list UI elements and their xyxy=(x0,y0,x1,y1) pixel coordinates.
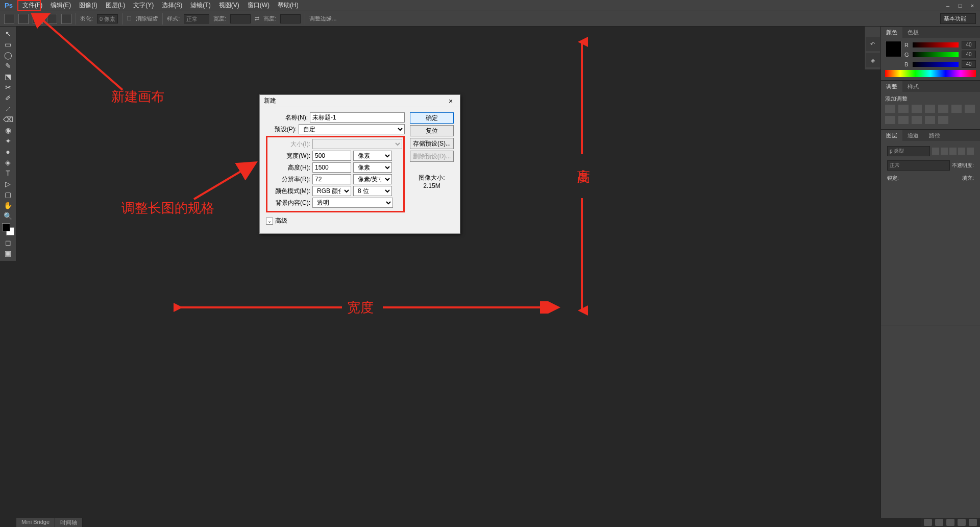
tray-icon[interactable] xyxy=(924,519,932,526)
tray-icon[interactable] xyxy=(946,519,954,526)
color-preview-icon[interactable] xyxy=(885,41,901,57)
adjustment-icon[interactable] xyxy=(951,105,962,113)
bitdepth-select[interactable]: 8 位 xyxy=(353,186,392,196)
save-preset-button[interactable]: 存储预设(S)... xyxy=(410,138,454,149)
style-select[interactable]: 正常 xyxy=(184,14,209,23)
tray-icon[interactable] xyxy=(958,519,966,526)
menu-edit[interactable]: 编辑(E) xyxy=(46,0,75,11)
tray-icon[interactable] xyxy=(969,519,977,526)
menu-file[interactable]: 文件(F) xyxy=(18,0,46,11)
tool-preset-icon[interactable] xyxy=(4,14,14,24)
tab-paths[interactable]: 路径 xyxy=(924,130,945,141)
tool-2-icon[interactable]: ◯ xyxy=(1,50,15,60)
spectrum-icon[interactable] xyxy=(885,70,976,77)
r-value[interactable]: 40 xyxy=(962,41,976,49)
blend-mode-select[interactable]: 正常 xyxy=(887,160,950,171)
adjustment-icon[interactable] xyxy=(925,116,935,124)
color-swatch[interactable] xyxy=(2,223,14,235)
b-value[interactable]: 40 xyxy=(962,60,976,68)
layer-filter-icon[interactable] xyxy=(949,148,957,155)
marquee-add-icon[interactable] xyxy=(33,14,43,24)
r-slider[interactable] xyxy=(913,42,959,47)
resolution-input[interactable] xyxy=(312,174,351,184)
tab-timeline[interactable]: 时间轴 xyxy=(55,518,83,527)
menu-filter[interactable]: 滤镜(T) xyxy=(186,0,214,11)
tool-10-icon[interactable]: ✦ xyxy=(1,136,15,146)
background-select[interactable]: 透明 xyxy=(312,198,393,208)
tool-1-icon[interactable]: ▭ xyxy=(1,39,15,50)
height-input[interactable] xyxy=(312,162,351,173)
tool-4-icon[interactable]: ⬔ xyxy=(1,71,15,82)
dialog-titlebar[interactable]: 新建 × xyxy=(260,95,460,107)
cancel-button[interactable]: 复位 xyxy=(410,125,454,136)
feather-input[interactable]: 0 像素 xyxy=(97,14,118,23)
layer-filter-icon[interactable] xyxy=(967,148,974,155)
swap-icon[interactable]: ⇄ xyxy=(255,15,259,22)
adjustment-icon[interactable] xyxy=(912,116,922,124)
colormode-select[interactable]: RGB 颜色 xyxy=(312,186,351,196)
g-slider[interactable] xyxy=(913,52,959,57)
layer-filter-icon[interactable] xyxy=(932,148,939,155)
layer-filter-icon[interactable] xyxy=(941,148,948,155)
marquee-intersect-icon[interactable] xyxy=(61,14,71,24)
advanced-label[interactable]: 高级 xyxy=(275,217,287,225)
adjustment-icon[interactable] xyxy=(965,105,975,113)
layer-filter-icon[interactable] xyxy=(958,148,965,155)
tool-16-icon[interactable]: ✋ xyxy=(1,200,15,210)
advanced-toggle-icon[interactable]: ⌄ xyxy=(266,218,273,225)
tool-0-icon[interactable]: ↖ xyxy=(1,29,15,39)
menu-image[interactable]: 图像(I) xyxy=(75,0,101,11)
name-input[interactable] xyxy=(310,112,405,123)
resolution-unit-select[interactable]: 像素/英寸 xyxy=(353,174,392,184)
menu-select[interactable]: 选择(S) xyxy=(158,0,186,11)
width-unit-select[interactable]: 像素 xyxy=(353,151,392,161)
tab-color[interactable]: 颜色 xyxy=(881,27,902,38)
close-button[interactable]: × xyxy=(967,2,978,9)
height-input[interactable] xyxy=(280,14,301,23)
tool-12-icon[interactable]: ◈ xyxy=(1,157,15,167)
tool-8-icon[interactable]: ⌫ xyxy=(1,114,15,125)
screenmode-icon[interactable]: ▣ xyxy=(1,248,15,258)
adjustment-icon[interactable] xyxy=(925,105,935,113)
tab-swatches[interactable]: 色板 xyxy=(902,27,924,38)
tool-7-icon[interactable]: ⟋ xyxy=(1,104,15,114)
fg-color-icon[interactable] xyxy=(2,223,10,231)
height-unit-select[interactable]: 像素 xyxy=(353,162,392,173)
adjustment-icon[interactable] xyxy=(885,116,895,124)
menu-layer[interactable]: 图层(L) xyxy=(102,0,130,11)
tab-adjustments[interactable]: 调整 xyxy=(881,81,902,92)
workspace-dropdown[interactable]: 基本功能 xyxy=(940,13,976,24)
adjustment-icon[interactable] xyxy=(885,105,895,113)
menu-help[interactable]: 帮助(H) xyxy=(274,0,303,11)
tool-5-icon[interactable]: ✂ xyxy=(1,82,15,92)
tab-styles[interactable]: 样式 xyxy=(902,81,924,92)
refine-edge-button[interactable]: 调整边缘... xyxy=(309,15,336,22)
menu-view[interactable]: 视图(V) xyxy=(215,0,243,11)
b-slider[interactable] xyxy=(913,62,959,67)
antialias-checkbox-label[interactable]: 消除锯齿 xyxy=(136,15,158,22)
minimize-button[interactable]: – xyxy=(942,2,953,9)
tab-minibridge[interactable]: Mini Bridge xyxy=(16,518,55,527)
adjustment-icon[interactable] xyxy=(938,116,948,124)
g-value[interactable]: 40 xyxy=(962,51,976,58)
properties-icon[interactable]: ◈ xyxy=(866,53,880,67)
tab-layers[interactable]: 图层 xyxy=(881,130,902,141)
history-icon[interactable]: ↶ xyxy=(866,37,880,51)
adjustment-icon[interactable] xyxy=(898,105,909,113)
maximize-button[interactable]: □ xyxy=(954,2,966,9)
layer-kind-filter[interactable]: p 类型 xyxy=(887,146,930,156)
width-input[interactable] xyxy=(230,14,251,23)
menu-type[interactable]: 文字(Y) xyxy=(129,0,158,11)
tool-6-icon[interactable]: ✐ xyxy=(1,93,15,103)
tool-9-icon[interactable]: ◉ xyxy=(1,125,15,135)
tab-channels[interactable]: 通道 xyxy=(902,130,924,141)
ok-button[interactable]: 确定 xyxy=(410,112,454,124)
dialog-close-icon[interactable]: × xyxy=(446,97,456,105)
marquee-new-icon[interactable] xyxy=(18,14,29,24)
adjustment-icon[interactable] xyxy=(938,105,948,113)
adjustment-icon[interactable] xyxy=(912,105,922,113)
adjustment-icon[interactable] xyxy=(898,116,909,124)
marquee-sub-icon[interactable] xyxy=(47,14,57,24)
quickmask-icon[interactable]: ◻ xyxy=(1,237,15,248)
tray-icon[interactable] xyxy=(935,519,943,526)
